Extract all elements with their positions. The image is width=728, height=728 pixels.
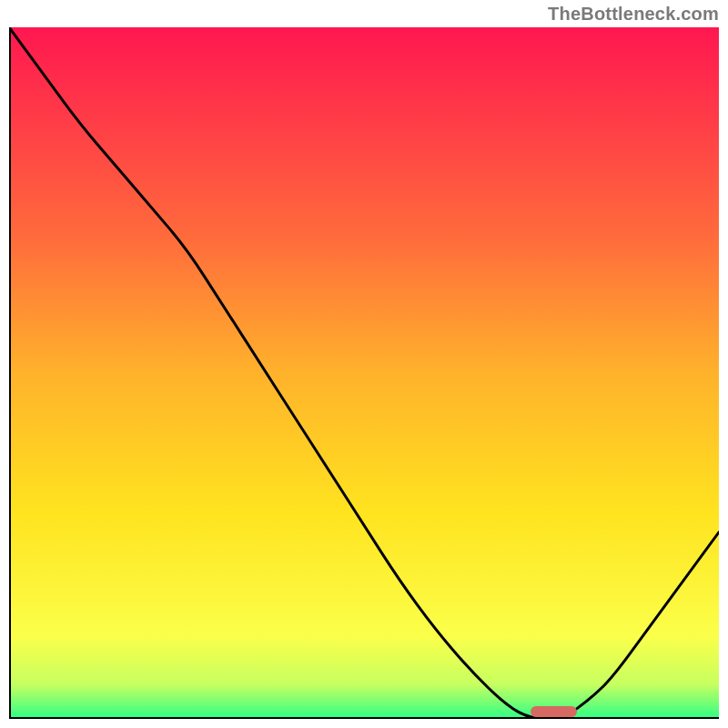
- optimum-interval-marker: [531, 706, 577, 717]
- bottleneck-curve: [9, 27, 719, 719]
- y-axis: [9, 27, 11, 719]
- x-axis: [9, 717, 719, 719]
- attribution-text: TheBottleneck.com: [548, 4, 719, 25]
- bottleneck-chart: [9, 27, 719, 719]
